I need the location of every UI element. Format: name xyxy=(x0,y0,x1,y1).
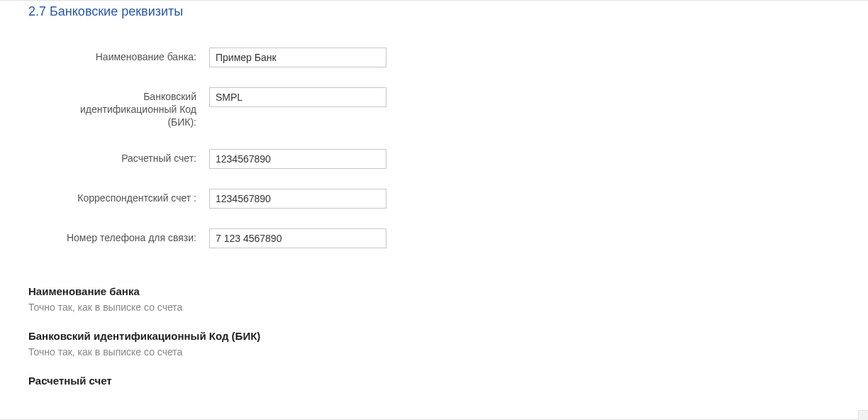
hint-bik-title: Банковский идентификационный Код (БИК) xyxy=(28,330,840,342)
corr-account-input[interactable] xyxy=(209,189,386,209)
corr-account-label: Корреспондентский счет : xyxy=(57,189,209,204)
account-input[interactable] xyxy=(209,149,386,169)
bank-name-label: Наименование банка: xyxy=(57,48,209,63)
phone-label: Номер телефона для связи: xyxy=(57,228,209,244)
bik-label: Банковский идентификационный Код (БИК): xyxy=(57,87,209,129)
scrollbar-corner xyxy=(858,410,868,420)
hint-account-title: Расчетный счет xyxy=(28,375,840,387)
bank-details-form: Наименование банка: Банковский идентифик… xyxy=(57,48,840,248)
phone-input[interactable] xyxy=(209,228,386,248)
bank-name-input[interactable] xyxy=(209,48,386,67)
hint-bank-name-title: Наименование банка xyxy=(28,285,840,297)
hint-bank-name-text: Точно так, как в выписке со счета xyxy=(28,302,840,313)
field-hints: Наименование банка Точно так, как в выпи… xyxy=(28,285,840,387)
account-label: Расчетный счет: xyxy=(57,149,209,165)
section-title: 2.7 Банковские реквизиты xyxy=(28,4,840,19)
hint-bik-text: Точно так, как в выписке со счета xyxy=(28,346,840,358)
bik-input[interactable] xyxy=(209,87,386,107)
